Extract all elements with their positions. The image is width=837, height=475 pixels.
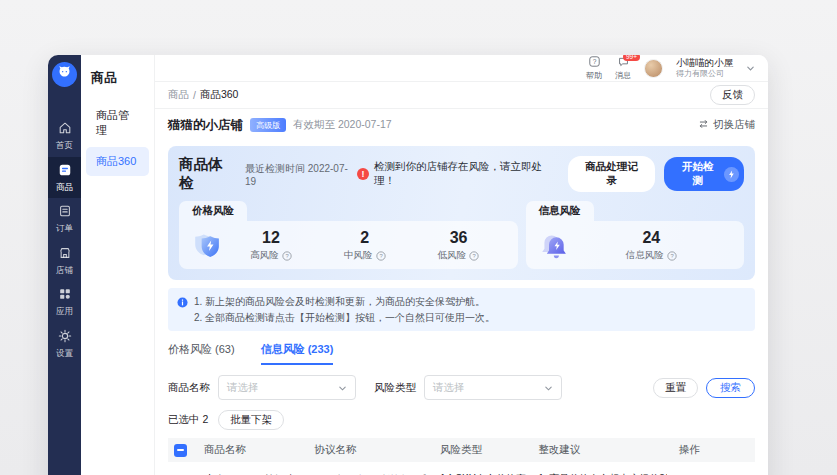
notice-line-1: 1. 新上架的商品风险会及时检测和更新，为商品的安全保驾护航。 bbox=[194, 294, 495, 310]
info-risk-panel: 信息风险 24 信息风险? bbox=[526, 201, 744, 269]
subnav-item-product-360[interactable]: 商品360 bbox=[86, 147, 149, 176]
chevron-down-icon bbox=[338, 379, 347, 397]
storefront-icon bbox=[58, 246, 72, 264]
app-logo[interactable] bbox=[52, 62, 77, 87]
question-icon[interactable]: ? bbox=[469, 251, 479, 261]
cat-logo-icon bbox=[56, 64, 73, 85]
breadcrumb-current: 商品360 bbox=[200, 88, 239, 102]
products-icon bbox=[58, 163, 72, 181]
selected-count: 已选中 2 bbox=[168, 413, 208, 427]
gear-icon bbox=[58, 329, 72, 347]
last-check-time: 最近检测时间 2022-07-19 bbox=[245, 162, 357, 187]
info-icon bbox=[177, 294, 188, 325]
apps-grid-icon bbox=[58, 287, 72, 305]
alert-icon: ! bbox=[357, 168, 369, 180]
sidebar-item-shop[interactable]: 店铺 bbox=[48, 240, 81, 282]
topbar: ? 帮助 99+ 消息 小喵喵的小屋 得力有限公司 bbox=[155, 55, 768, 82]
svg-text:?: ? bbox=[473, 253, 477, 259]
agreement-name: 彩云市一张网-培训省云采贸易有限公司 bbox=[308, 462, 433, 475]
col-product-name: 商品名称 bbox=[198, 438, 308, 462]
col-actions: 操作 bbox=[673, 438, 755, 462]
feedback-button[interactable]: 反馈 bbox=[710, 85, 755, 105]
filter-bar: 商品名称 请选择 风险类型 请选择 重置 搜索 bbox=[168, 375, 755, 400]
risk-table: 商品名称 协议名称 风险类型 整改建议 操作 小米Air 12.5 笔记本电脑 … bbox=[168, 438, 755, 475]
product-health-card: 商品体检 最近检测时间 2022-07-19 ! 检测到你的店铺存在风险，请立即… bbox=[168, 146, 755, 280]
chevron-down-icon bbox=[544, 379, 553, 397]
product-name-label: 商品名称 bbox=[168, 381, 210, 395]
tab-price-risk[interactable]: 价格风险 (63) bbox=[168, 342, 235, 365]
sidebar-item-settings[interactable]: 设置 bbox=[48, 323, 81, 365]
user-menu[interactable]: 小喵喵的小屋 得力有限公司 bbox=[676, 58, 733, 78]
subnav-item-product-management[interactable]: 商品管理 bbox=[86, 101, 149, 145]
risk-type-cell: 1个SKU存在价格高风险 2个SKU存在价格中风险 bbox=[434, 462, 532, 475]
selection-bar: 已选中 2 批量下架 bbox=[168, 410, 755, 430]
product-name-select[interactable]: 请选择 bbox=[218, 375, 356, 400]
sidebar-item-apps[interactable]: 应用 bbox=[48, 281, 81, 323]
breadcrumb: 商品 / 商品360 bbox=[168, 88, 238, 102]
sidebar-item-home[interactable]: 首页 bbox=[48, 115, 81, 157]
sidebar-item-orders[interactable]: 订单 bbox=[48, 198, 81, 240]
nav-rail: 首页 商品 订单 店铺 应用 设置 bbox=[48, 55, 81, 475]
orders-icon bbox=[58, 204, 72, 222]
main-area: ? 帮助 99+ 消息 小喵喵的小屋 得力有限公司 商品 / 商品360 反馈 bbox=[155, 55, 768, 475]
search-button[interactable]: 搜索 bbox=[706, 378, 755, 398]
risk-tabs: 价格风险 (63) 信息风险 (233) bbox=[168, 342, 755, 365]
question-icon[interactable]: ? bbox=[376, 251, 386, 261]
price-risk-panel: 价格风险 12 高风险? 2 bbox=[179, 201, 518, 269]
shop-row: 猫猫的小店铺 高级版 有效期至 2020-07-17 切换店铺 bbox=[155, 109, 768, 141]
chevron-down-icon[interactable] bbox=[746, 59, 755, 77]
shield-lightning-icon bbox=[191, 229, 224, 262]
process-record-button[interactable]: 商品处理记录 bbox=[568, 156, 656, 192]
product-name: 小米Air 12.5 笔记本电脑 bbox=[198, 462, 308, 475]
svg-text:?: ? bbox=[670, 253, 674, 259]
breadcrumb-separator: / bbox=[193, 89, 196, 101]
suggestion-cell: 1. 商品价格存在超出市场价30%的风险,请... 2. 商品价格存在超出市场价… bbox=[532, 462, 672, 475]
notice-line-2: 2. 全部商品检测请点击【开始检测】按钮，一个自然日可使用一次。 bbox=[194, 310, 495, 326]
health-card-title: 商品体检 bbox=[179, 155, 236, 193]
shop-validity: 有效期至 2020-07-17 bbox=[293, 118, 392, 132]
messages-badge: 99+ bbox=[623, 55, 640, 61]
sidebar-item-products[interactable]: 商品 bbox=[48, 157, 81, 199]
reset-button[interactable]: 重置 bbox=[653, 378, 698, 398]
col-suggestion: 整改建议 bbox=[532, 438, 672, 462]
svg-text:?: ? bbox=[592, 57, 596, 64]
start-check-button[interactable]: 开始检测 bbox=[664, 157, 744, 191]
user-company: 得力有限公司 bbox=[676, 69, 733, 78]
col-agreement-name: 协议名称 bbox=[308, 438, 433, 462]
batch-remove-button[interactable]: 批量下架 bbox=[218, 410, 284, 430]
info-risk-panel-title: 信息风险 bbox=[526, 201, 594, 221]
risk-type-select[interactable]: 请选择 bbox=[424, 375, 562, 400]
app-window: 首页 商品 订单 店铺 应用 设置 商品 商品管理 商品360 bbox=[48, 55, 768, 475]
info-risk-stat: 24 信息风险? bbox=[626, 228, 677, 262]
swap-arrows-icon bbox=[698, 119, 709, 131]
help-icon: ? bbox=[589, 56, 600, 69]
breadcrumb-parent[interactable]: 商品 bbox=[168, 88, 189, 102]
user-avatar[interactable] bbox=[644, 59, 663, 78]
price-risk-panel-title: 价格风险 bbox=[179, 201, 247, 221]
high-risk-stat: 12 高风险? bbox=[250, 228, 292, 262]
shop-plan-badge: 高级版 bbox=[250, 118, 286, 132]
subnav-title: 商品 bbox=[81, 55, 154, 99]
tab-info-risk[interactable]: 信息风险 (233) bbox=[261, 342, 334, 365]
switch-shop-link[interactable]: 切换店铺 bbox=[698, 118, 755, 132]
question-icon[interactable]: ? bbox=[667, 251, 677, 261]
home-icon bbox=[58, 121, 72, 139]
svg-text:?: ? bbox=[379, 253, 383, 259]
table-header-row: 商品名称 协议名称 风险类型 整改建议 操作 bbox=[168, 438, 755, 462]
bell-lightning-icon bbox=[538, 229, 571, 262]
shop-name: 猫猫的小店铺 bbox=[168, 117, 243, 134]
notice-banner: 1. 新上架的商品风险会及时检测和更新，为商品的安全保驾护航。 2. 全部商品检… bbox=[168, 288, 755, 331]
messages-button[interactable]: 99+ 消息 bbox=[615, 56, 631, 81]
risk-alert: ! 检测到你的店铺存在风险，请立即处理！ bbox=[357, 160, 559, 188]
breadcrumb-row: 商品 / 商品360 反馈 bbox=[155, 82, 768, 109]
mid-risk-stat: 2 中风险? bbox=[344, 228, 386, 262]
help-button[interactable]: ? 帮助 bbox=[586, 56, 602, 81]
svg-text:?: ? bbox=[285, 253, 289, 259]
risk-type-label: 风险类型 bbox=[374, 381, 416, 395]
question-icon[interactable]: ? bbox=[282, 251, 292, 261]
lightning-icon bbox=[724, 167, 739, 182]
sub-sidebar: 商品 商品管理 商品360 bbox=[81, 55, 155, 475]
low-risk-stat: 36 低风险? bbox=[438, 228, 480, 262]
select-all-checkbox[interactable] bbox=[174, 444, 187, 457]
col-risk-type: 风险类型 bbox=[434, 438, 532, 462]
